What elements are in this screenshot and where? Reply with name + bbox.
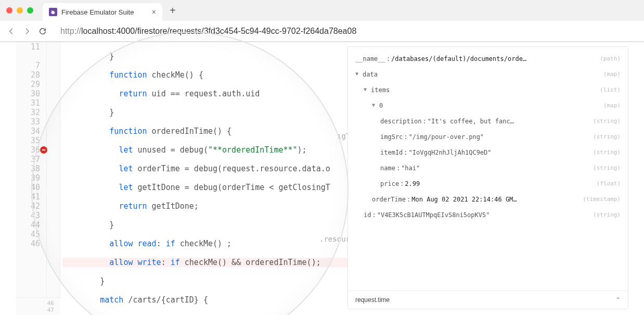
field-row-index0[interactable]: ▼0 (map) bbox=[355, 102, 621, 109]
code-line: function orderedInTime() { bbox=[62, 127, 347, 136]
line-number: 44 bbox=[16, 220, 40, 230]
field-row-price[interactable]: price: 2.99 (float) bbox=[355, 180, 621, 187]
code-line: match /carts/{cartID} { bbox=[62, 295, 347, 305]
line-number: 45 bbox=[16, 230, 40, 239]
line-number-gutter: 11 7 28 29 30 31 32 33 34 35 36 37 38 39… bbox=[16, 42, 47, 315]
code-line: return getItDone; bbox=[62, 201, 347, 211]
line-number: 41 bbox=[16, 192, 40, 201]
error-marker-icon[interactable] bbox=[40, 146, 47, 154]
code-line: function checkMe() { bbox=[62, 70, 347, 80]
firebase-favicon-icon bbox=[49, 8, 57, 16]
tab-close-icon[interactable]: × bbox=[152, 8, 156, 16]
code-line: } bbox=[62, 220, 347, 230]
line-number: 28 bbox=[16, 70, 40, 80]
reload-button[interactable] bbox=[38, 27, 47, 35]
line-number: 33 bbox=[16, 117, 40, 127]
gutter-spacer bbox=[47, 42, 60, 315]
back-button[interactable] bbox=[7, 27, 16, 35]
field-row-imgsrc[interactable]: imgSrc: "/img/pour-over.png" (string) bbox=[355, 133, 621, 141]
gutter-bottom: 46 47 bbox=[16, 297, 60, 315]
line-number: 42 bbox=[16, 201, 40, 211]
code-line: let getItDone = debug(orderTime < getClo… bbox=[62, 183, 347, 192]
caret-down-icon[interactable]: ▼ bbox=[364, 86, 369, 92]
browser-tab[interactable]: Firebase Emulator Suite × bbox=[43, 3, 162, 21]
code-line: return uid == request.auth.uid bbox=[62, 89, 347, 98]
url-path: localhost:4000/firestore/requests/3fd3c4… bbox=[81, 27, 356, 35]
minimize-window-button[interactable] bbox=[17, 7, 23, 14]
line-number: 40 bbox=[16, 183, 40, 192]
code-line-error: allow write: if checkMe() && orderedInTi… bbox=[62, 258, 347, 267]
line-number bbox=[16, 52, 40, 61]
code-line: let unused = debug("**orderedInTime**"); bbox=[62, 145, 347, 155]
maximize-window-button[interactable] bbox=[27, 7, 33, 14]
line-number: 35 bbox=[16, 136, 40, 145]
field-row-description[interactable]: description: "It's coffee, but fanc… (st… bbox=[355, 118, 621, 125]
line-number: 31 bbox=[16, 98, 40, 108]
request-details-panel: __name__: /databases/(default)/documents… bbox=[347, 46, 628, 309]
close-window-button[interactable] bbox=[6, 7, 12, 14]
line-number: 30 bbox=[16, 89, 40, 98]
section-label: request.time bbox=[355, 296, 390, 304]
rules-code-editor: 11 7 28 29 30 31 32 33 34 35 36 37 38 39… bbox=[16, 42, 347, 315]
tab-title: Firebase Emulator Suite bbox=[61, 8, 148, 16]
line-number: 36 bbox=[16, 145, 40, 155]
code-line: } bbox=[62, 276, 347, 286]
details-section-request-time[interactable]: request.time ⌃ bbox=[348, 291, 628, 309]
address-bar[interactable]: http://localhost:4000/firestore/requests… bbox=[54, 24, 637, 39]
code-line: } bbox=[62, 108, 347, 117]
field-row-data[interactable]: ▼data (map) bbox=[355, 71, 621, 78]
field-row-itemid[interactable]: itemId: "IoVgqH2nhJljAh1QC9eD" (string) bbox=[355, 149, 621, 156]
url-protocol: http:// bbox=[60, 27, 81, 35]
line-number: 29 bbox=[16, 80, 40, 89]
line-number: 46 bbox=[16, 239, 40, 248]
code-line: } bbox=[62, 52, 347, 61]
line-number: 39 bbox=[16, 173, 40, 183]
chevron-up-icon[interactable]: ⌃ bbox=[615, 296, 621, 304]
field-row-items[interactable]: ▼items (list) bbox=[355, 86, 621, 94]
field-row-name[interactable]: __name__: /databases/(default)/documents… bbox=[355, 55, 621, 62]
nav-bar: http://localhost:4000/firestore/requests… bbox=[0, 21, 644, 42]
code-line: allow read: if checkMe() ; bbox=[62, 239, 347, 248]
field-row-ordertime[interactable]: orderTime: Mon Aug 02 2021 22:14:46 GM… … bbox=[355, 196, 621, 203]
line-number: 11 bbox=[16, 42, 40, 52]
window-controls bbox=[6, 7, 33, 14]
line-number: 34 bbox=[16, 127, 40, 136]
line-number: 37 bbox=[16, 155, 40, 164]
caret-down-icon[interactable]: ▼ bbox=[372, 102, 377, 108]
line-number: 43 bbox=[16, 211, 40, 220]
tab-bar: Firebase Emulator Suite × + bbox=[0, 0, 644, 21]
code-line: let orderTime = debug(request.resource.d… bbox=[62, 164, 347, 173]
caret-down-icon[interactable]: ▼ bbox=[355, 71, 360, 77]
page-content: 11 7 28 29 30 31 32 33 34 35 36 37 38 39… bbox=[0, 42, 644, 315]
field-row-id[interactable]: id: "V4E3K5cB1AUTMpqEIvS8ni5opKVS" (stri… bbox=[355, 211, 621, 219]
line-number: 7 bbox=[16, 61, 40, 70]
line-number: 38 bbox=[16, 164, 40, 173]
field-row-name-field[interactable]: name: "hai" (string) bbox=[355, 165, 621, 172]
details-body: __name__: /databases/(default)/documents… bbox=[348, 47, 628, 291]
forward-button[interactable] bbox=[23, 27, 31, 35]
line-number: 32 bbox=[16, 108, 40, 117]
browser-chrome: Firebase Emulator Suite × + http://local… bbox=[0, 0, 644, 42]
code-text[interactable]: } function checkMe() { return uid == req… bbox=[60, 42, 347, 315]
new-tab-button[interactable]: + bbox=[162, 5, 183, 17]
